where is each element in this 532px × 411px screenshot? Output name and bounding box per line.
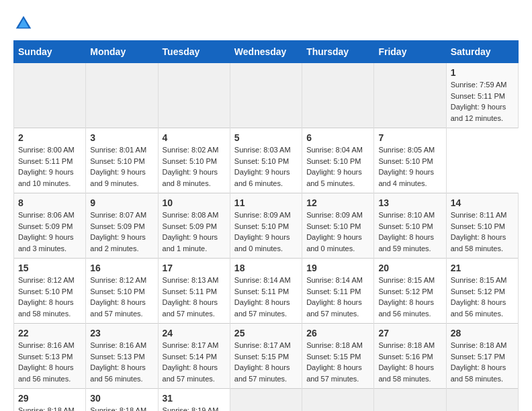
day-info: Sunrise: 8:02 AMSunset: 5:10 PMDaylight:… — [163, 144, 226, 189]
day-info: Sunrise: 8:14 AMSunset: 5:11 PMDaylight:… — [306, 275, 369, 319]
day-info: Sunrise: 8:18 AMSunset: 5:15 PMDaylight:… — [306, 340, 369, 384]
header-sunday: Sunday — [14, 41, 86, 63]
day-cell-15: 15Sunrise: 8:12 AMSunset: 5:10 PMDayligh… — [14, 259, 86, 324]
day-info: Sunrise: 8:12 AMSunset: 5:10 PMDaylight:… — [18, 275, 81, 319]
empty-cell — [374, 63, 446, 128]
day-info: Sunrise: 8:18 AMSunset: 5:18 PMDaylight:… — [90, 405, 153, 411]
day-info: Sunrise: 8:17 AMSunset: 5:14 PMDaylight:… — [163, 340, 226, 384]
day-cell-27: 27Sunrise: 8:18 AMSunset: 5:16 PMDayligh… — [374, 324, 446, 389]
day-info: Sunrise: 8:13 AMSunset: 5:11 PMDaylight:… — [163, 275, 226, 319]
day-number: 22 — [18, 328, 81, 338]
day-cell-16: 16Sunrise: 8:12 AMSunset: 5:10 PMDayligh… — [86, 259, 158, 324]
day-info: Sunrise: 8:06 AMSunset: 5:09 PMDaylight:… — [18, 210, 81, 254]
calendar-week-3: 8Sunrise: 8:06 AMSunset: 5:09 PMDaylight… — [14, 193, 519, 259]
day-number: 8 — [18, 197, 81, 208]
day-cell-26: 26Sunrise: 8:18 AMSunset: 5:15 PMDayligh… — [302, 324, 374, 389]
calendar-table: SundayMondayTuesdayWednesdayThursdayFrid… — [13, 40, 519, 411]
day-cell-28: 28Sunrise: 8:18 AMSunset: 5:17 PMDayligh… — [446, 324, 518, 389]
day-number: 26 — [306, 328, 369, 338]
day-cell-8: 8Sunrise: 8:06 AMSunset: 5:09 PMDaylight… — [14, 193, 86, 259]
day-cell-11: 11Sunrise: 8:09 AMSunset: 5:10 PMDayligh… — [230, 193, 302, 259]
header-friday: Friday — [374, 41, 446, 63]
header-monday: Monday — [86, 41, 158, 63]
empty-cell — [302, 389, 374, 412]
day-number: 27 — [378, 328, 441, 338]
day-number: 6 — [306, 132, 369, 143]
day-info: Sunrise: 8:03 AMSunset: 5:10 PMDaylight:… — [234, 144, 298, 189]
empty-cell — [86, 63, 158, 128]
day-number: 21 — [451, 263, 514, 273]
day-number: 28 — [451, 328, 514, 338]
day-info: Sunrise: 8:05 AMSunset: 5:10 PMDaylight:… — [378, 144, 441, 189]
day-info: Sunrise: 8:11 AMSunset: 5:10 PMDaylight:… — [451, 210, 514, 254]
day-info: Sunrise: 8:01 AMSunset: 5:10 PMDaylight:… — [90, 144, 153, 189]
day-cell-24: 24Sunrise: 8:17 AMSunset: 5:14 PMDayligh… — [158, 324, 230, 389]
day-cell-5: 5Sunrise: 8:03 AMSunset: 5:10 PMDaylight… — [230, 128, 302, 193]
day-info: Sunrise: 8:18 AMSunset: 5:17 PMDaylight:… — [18, 405, 81, 411]
header-thursday: Thursday — [302, 41, 374, 63]
empty-cell — [230, 63, 302, 128]
day-info: Sunrise: 8:14 AMSunset: 5:11 PMDaylight:… — [234, 275, 298, 319]
day-info: Sunrise: 8:17 AMSunset: 5:15 PMDaylight:… — [234, 340, 298, 384]
day-info: Sunrise: 8:08 AMSunset: 5:09 PMDaylight:… — [163, 210, 226, 254]
day-number: 3 — [90, 132, 153, 143]
day-cell-23: 23Sunrise: 8:16 AMSunset: 5:13 PMDayligh… — [86, 324, 158, 389]
day-cell-17: 17Sunrise: 8:13 AMSunset: 5:11 PMDayligh… — [158, 259, 230, 324]
empty-cell — [446, 389, 518, 412]
calendar-week-1: 1Sunrise: 7:59 AMSunset: 5:11 PMDaylight… — [14, 63, 519, 128]
day-cell-10: 10Sunrise: 8:08 AMSunset: 5:09 PMDayligh… — [158, 193, 230, 259]
calendar-week-6: 29Sunrise: 8:18 AMSunset: 5:17 PMDayligh… — [14, 389, 519, 412]
day-cell-19: 19Sunrise: 8:14 AMSunset: 5:11 PMDayligh… — [302, 259, 374, 324]
day-number: 29 — [18, 393, 81, 404]
day-info: Sunrise: 8:15 AMSunset: 5:12 PMDaylight:… — [378, 275, 441, 319]
logo-icon — [13, 13, 34, 34]
day-number: 4 — [163, 132, 226, 143]
day-cell-3: 3Sunrise: 8:01 AMSunset: 5:10 PMDaylight… — [86, 128, 158, 193]
day-cell-31: 31Sunrise: 8:19 AMSunset: 5:19 PMDayligh… — [158, 389, 230, 412]
empty-cell — [302, 63, 374, 128]
day-info: Sunrise: 7:59 AMSunset: 5:11 PMDaylight:… — [451, 79, 514, 124]
day-number: 25 — [234, 328, 298, 338]
day-cell-18: 18Sunrise: 8:14 AMSunset: 5:11 PMDayligh… — [230, 259, 302, 324]
day-info: Sunrise: 8:19 AMSunset: 5:19 PMDaylight:… — [163, 405, 226, 411]
day-number: 13 — [378, 197, 441, 208]
header-wednesday: Wednesday — [230, 41, 302, 63]
day-cell-9: 9Sunrise: 8:07 AMSunset: 5:09 PMDaylight… — [86, 193, 158, 259]
day-number: 14 — [451, 197, 514, 208]
day-number: 9 — [90, 197, 153, 208]
calendar-week-5: 22Sunrise: 8:16 AMSunset: 5:13 PMDayligh… — [14, 324, 519, 389]
day-number: 17 — [163, 263, 226, 273]
day-number: 18 — [234, 263, 298, 273]
empty-cell — [14, 63, 86, 128]
day-number: 30 — [90, 393, 153, 404]
day-number: 16 — [90, 263, 153, 273]
day-info: Sunrise: 8:18 AMSunset: 5:16 PMDaylight:… — [378, 340, 441, 384]
day-number: 24 — [163, 328, 226, 338]
empty-cell — [374, 389, 446, 412]
day-number: 1 — [451, 67, 514, 78]
day-number: 10 — [163, 197, 226, 208]
day-info: Sunrise: 8:18 AMSunset: 5:17 PMDaylight:… — [451, 340, 514, 384]
calendar-week-2: 2Sunrise: 8:00 AMSunset: 5:11 PMDaylight… — [14, 128, 519, 193]
empty-cell — [158, 63, 230, 128]
empty-cell — [230, 389, 302, 412]
day-cell-13: 13Sunrise: 8:10 AMSunset: 5:10 PMDayligh… — [374, 193, 446, 259]
day-cell-12: 12Sunrise: 8:09 AMSunset: 5:10 PMDayligh… — [302, 193, 374, 259]
day-cell-7: 7Sunrise: 8:05 AMSunset: 5:10 PMDaylight… — [374, 128, 446, 193]
day-number: 11 — [234, 197, 298, 208]
day-cell-1: 1Sunrise: 7:59 AMSunset: 5:11 PMDaylight… — [446, 63, 518, 128]
day-number: 12 — [306, 197, 369, 208]
header — [13, 13, 519, 34]
day-info: Sunrise: 8:10 AMSunset: 5:10 PMDaylight:… — [378, 210, 441, 254]
day-number: 19 — [306, 263, 369, 273]
day-number: 23 — [90, 328, 153, 338]
day-info: Sunrise: 8:09 AMSunset: 5:10 PMDaylight:… — [306, 210, 369, 254]
header-saturday: Saturday — [446, 41, 518, 63]
day-info: Sunrise: 8:07 AMSunset: 5:09 PMDaylight:… — [90, 210, 153, 254]
day-info: Sunrise: 8:16 AMSunset: 5:13 PMDaylight:… — [18, 340, 81, 384]
day-info: Sunrise: 8:15 AMSunset: 5:12 PMDaylight:… — [451, 275, 514, 319]
day-cell-25: 25Sunrise: 8:17 AMSunset: 5:15 PMDayligh… — [230, 324, 302, 389]
day-cell-22: 22Sunrise: 8:16 AMSunset: 5:13 PMDayligh… — [14, 324, 86, 389]
calendar-week-4: 15Sunrise: 8:12 AMSunset: 5:10 PMDayligh… — [14, 259, 519, 324]
logo — [13, 13, 36, 34]
